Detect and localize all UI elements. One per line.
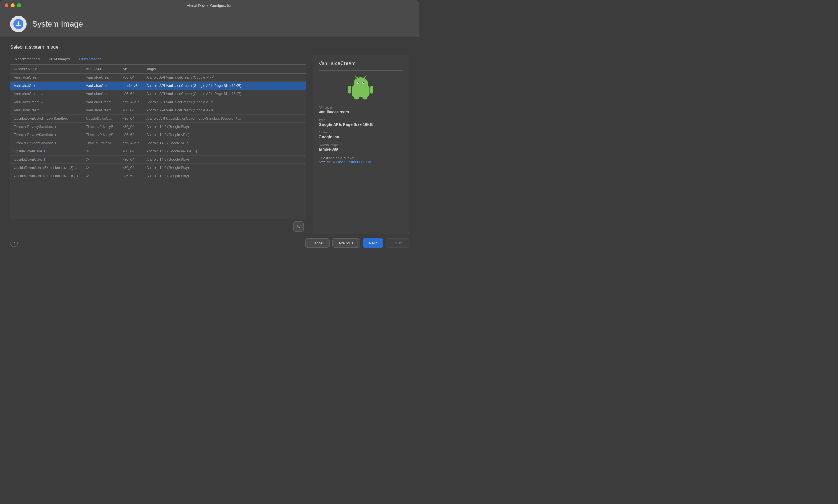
title-bar: Virtual Device Configuration bbox=[0, 0, 419, 11]
detail-android: Android Google Inc. bbox=[319, 131, 403, 139]
svg-rect-12 bbox=[370, 86, 373, 94]
help-button[interactable]: ? bbox=[10, 239, 18, 247]
row-api-level: UpsideDownCak bbox=[82, 114, 119, 123]
row-release-name: TiramisuPrivacySandbox⬇ bbox=[11, 123, 82, 131]
table-row[interactable]: VanillaIceCreamVanillaIceCreamarm64-v8aA… bbox=[11, 82, 306, 90]
row-target: Android API VanillaIceCream (Google APIs… bbox=[143, 82, 306, 90]
row-abi: arm64-v8a bbox=[119, 139, 143, 147]
api-distribution-link[interactable]: API level distribution chart bbox=[332, 160, 373, 164]
row-abi: x86_64 bbox=[119, 164, 143, 172]
table-row[interactable]: VanillaIceCream⬇VanillaIceCreamx86_64And… bbox=[11, 106, 306, 114]
detail-card: VanillaIceCream bbox=[313, 55, 409, 234]
minimize-button[interactable] bbox=[11, 3, 15, 7]
row-target: Android 14.0 (Google Play) bbox=[143, 123, 306, 131]
table-row[interactable]: TiramisuPrivacySandbox⬇TiramisuPrivacySx… bbox=[11, 131, 306, 139]
row-abi: x86_64 bbox=[119, 74, 143, 82]
row-target: Android 14.0 (Google APIs) bbox=[143, 131, 306, 139]
row-target: Android API UpsideDownCakePrivacySandbox… bbox=[143, 114, 306, 123]
row-api-level: VanillaIceCream bbox=[82, 106, 119, 114]
row-target: Android 14.0 (Google APIs) bbox=[143, 139, 306, 147]
svg-point-7 bbox=[358, 82, 359, 84]
section-title: Select a system image bbox=[10, 44, 409, 50]
row-abi: x86_64 bbox=[119, 114, 143, 123]
table-row[interactable]: TiramisuPrivacySandbox⬇TiramisuPrivacySa… bbox=[11, 139, 306, 147]
row-release-name: UpsideDownCake (Extension Level 10)⬇ bbox=[11, 172, 82, 180]
row-abi: x86_64 bbox=[119, 147, 143, 156]
window-title: Virtual Device Configuration bbox=[187, 3, 232, 7]
row-target: Android 14.0 (Google Play) bbox=[143, 172, 306, 180]
footer-left: ? bbox=[10, 239, 18, 247]
svg-point-4 bbox=[354, 77, 368, 90]
svg-point-1 bbox=[17, 23, 18, 24]
col-abi: ABI bbox=[119, 65, 143, 74]
row-api-level: 34 bbox=[82, 156, 119, 164]
row-api-level: VanillaIceCream bbox=[82, 74, 119, 82]
row-api-level: TiramisuPrivacyS bbox=[82, 139, 119, 147]
row-target: Android 14.0 (Google Play) bbox=[143, 164, 306, 172]
row-api-level: 34 bbox=[82, 172, 119, 180]
tab-bar: Recommended ARM Images Other Images bbox=[10, 55, 306, 65]
row-abi: arm64-v8a bbox=[119, 98, 143, 106]
row-api-level: TiramisuPrivacyS bbox=[82, 123, 119, 131]
tab-recommended[interactable]: Recommended bbox=[10, 55, 44, 65]
system-image-table[interactable]: Release Name API Level ↓ ABI Target Vani… bbox=[10, 65, 306, 219]
row-abi: x86_64 bbox=[119, 106, 143, 114]
table-row[interactable]: VanillaIceCream⬇VanillaIceCreamarm64-v8a… bbox=[11, 98, 306, 106]
table-footer: ↻ bbox=[10, 219, 306, 234]
android-logo-container bbox=[319, 75, 403, 100]
table-row[interactable]: UpsideDownCake (Extension Level 10)⬇34x8… bbox=[11, 172, 306, 180]
left-panel: Recommended ARM Images Other Images Rele… bbox=[10, 55, 306, 234]
previous-button[interactable]: Previous bbox=[333, 238, 360, 248]
table-row[interactable]: UpsideDownCake⬇34x86_64Android 14.0 (Goo… bbox=[11, 156, 306, 164]
row-release-name: UpsideDownCakePrivacySandbox⬇ bbox=[11, 114, 82, 123]
table-row[interactable]: TiramisuPrivacySandbox⬇TiramisuPrivacySx… bbox=[11, 123, 306, 131]
row-abi: x86_64 bbox=[119, 172, 143, 180]
android-studio-icon bbox=[13, 19, 23, 29]
table-row[interactable]: UpsideDownCake (Extension Level 8)⬇34x86… bbox=[11, 164, 306, 172]
right-panel: VanillaIceCream bbox=[313, 55, 409, 234]
row-api-level: 34 bbox=[82, 147, 119, 156]
main-content: Select a system image Recommended ARM Im… bbox=[0, 38, 419, 234]
header: System Image bbox=[0, 11, 419, 38]
row-target: Android 14.0 (Google APIs ATD) bbox=[143, 147, 306, 156]
refresh-button[interactable]: ↻ bbox=[293, 221, 304, 232]
row-abi: x86_64 bbox=[119, 123, 143, 131]
row-release-name: VanillaIceCream⬇ bbox=[11, 98, 82, 106]
row-api-level: TiramisuPrivacyS bbox=[82, 131, 119, 139]
col-api-level[interactable]: API Level ↓ bbox=[82, 65, 119, 74]
next-button[interactable]: Next bbox=[363, 238, 384, 248]
page-title: System Image bbox=[32, 19, 83, 29]
col-target: Target bbox=[143, 65, 306, 74]
tab-other-images[interactable]: Other Images bbox=[74, 55, 106, 65]
window-controls bbox=[4, 3, 21, 7]
row-api-level: VanillaIceCream bbox=[82, 82, 119, 90]
table-header: Release Name API Level ↓ ABI Target bbox=[11, 65, 306, 74]
close-button[interactable] bbox=[4, 3, 8, 7]
row-release-name: TiramisuPrivacySandbox⬇ bbox=[11, 139, 82, 147]
tab-arm-images[interactable]: ARM Images bbox=[44, 55, 74, 65]
row-abi: x86_64 bbox=[119, 90, 143, 98]
row-target: Android 14.0 (Google Play) bbox=[143, 156, 306, 164]
table-row[interactable]: VanillaIceCream⬇VanillaIceCreamx86_64And… bbox=[11, 90, 306, 98]
row-release-name: VanillaIceCream⬇ bbox=[11, 74, 82, 82]
svg-point-2 bbox=[19, 23, 20, 24]
android-logo-icon bbox=[348, 75, 373, 100]
row-abi: x86_64 bbox=[119, 156, 143, 164]
row-release-name: VanillaIceCream⬇ bbox=[11, 106, 82, 114]
table-row[interactable]: VanillaIceCream⬇VanillaIceCreamx86_64And… bbox=[11, 74, 306, 82]
row-target: Android API VanillaIceCream (Google APIs… bbox=[143, 90, 306, 98]
maximize-button[interactable] bbox=[17, 3, 21, 7]
row-release-name: UpsideDownCake⬇ bbox=[11, 147, 82, 156]
svg-rect-11 bbox=[348, 86, 351, 94]
api-question-text: Questions on API level? See the API leve… bbox=[319, 156, 403, 164]
table-row[interactable]: UpsideDownCakePrivacySandbox⬇UpsideDownC… bbox=[11, 114, 306, 123]
row-api-level: VanillaIceCream bbox=[82, 98, 119, 106]
row-release-name: TiramisuPrivacySandbox⬇ bbox=[11, 131, 82, 139]
table-row[interactable]: UpsideDownCake⬇34x86_64Android 14.0 (Goo… bbox=[11, 147, 306, 156]
col-release-name: Release Name bbox=[11, 65, 82, 74]
row-api-level: 34 bbox=[82, 164, 119, 172]
content-area: Recommended ARM Images Other Images Rele… bbox=[10, 55, 409, 234]
row-release-name: UpsideDownCake⬇ bbox=[11, 156, 82, 164]
detail-type: Type Google APIs Page Size 16KB bbox=[319, 118, 403, 127]
cancel-button[interactable]: Cancel bbox=[305, 238, 329, 248]
